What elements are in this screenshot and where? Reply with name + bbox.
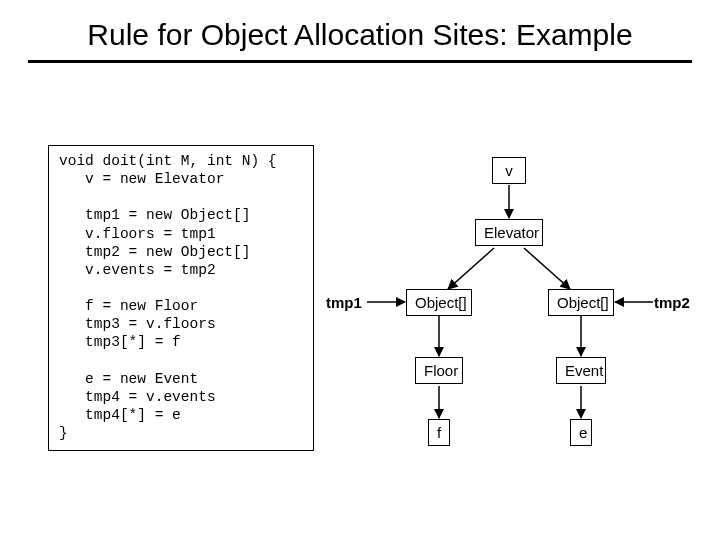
node-f: f bbox=[428, 419, 450, 446]
slide-title: Rule for Object Allocation Sites: Exampl… bbox=[28, 18, 692, 52]
node-tmp2: tmp2 bbox=[654, 294, 690, 311]
title-divider bbox=[28, 60, 692, 63]
node-floor: Floor bbox=[415, 357, 463, 384]
code-listing: void doit(int M, int N) { v = new Elevat… bbox=[48, 145, 314, 451]
svg-line-3 bbox=[448, 248, 494, 289]
node-event: Event bbox=[556, 357, 606, 384]
svg-line-4 bbox=[524, 248, 570, 289]
node-obj2: Object[] bbox=[548, 289, 614, 316]
node-elevator: Elevator bbox=[475, 219, 543, 246]
node-e: e bbox=[570, 419, 592, 446]
node-tmp1: tmp1 bbox=[326, 294, 362, 311]
node-obj1: Object[] bbox=[406, 289, 472, 316]
node-v: v bbox=[492, 157, 526, 184]
